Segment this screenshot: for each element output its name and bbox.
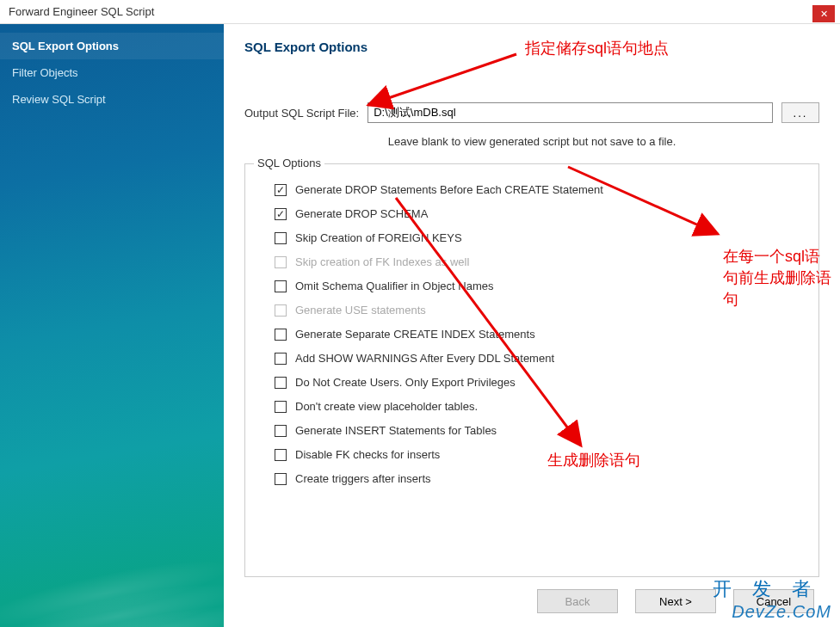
output-file-input[interactable] bbox=[368, 102, 773, 123]
option-row: Generate INSERT Statements for Tables bbox=[275, 424, 801, 437]
sidebar-item-sql-export-options[interactable]: SQL Export Options bbox=[0, 33, 224, 59]
close-icon: ✕ bbox=[820, 9, 828, 20]
option-label: Generate DROP Statements Before Each CRE… bbox=[295, 183, 603, 196]
output-file-label: Output SQL Script File: bbox=[244, 107, 359, 120]
option-label: Don't create view placeholder tables. bbox=[295, 400, 478, 413]
window-title: Forward Engineer SQL Script bbox=[9, 5, 154, 18]
close-button[interactable]: ✕ bbox=[812, 5, 835, 22]
checkbox[interactable] bbox=[275, 401, 287, 413]
checkbox[interactable] bbox=[275, 377, 287, 389]
option-label: Disable FK checks for inserts bbox=[295, 448, 440, 461]
checkbox[interactable] bbox=[275, 184, 287, 196]
sidebar-item-filter-objects[interactable]: Filter Objects bbox=[0, 59, 224, 86]
content-pane: SQL Export Options Output SQL Script Fil… bbox=[224, 24, 840, 627]
option-row: Skip Creation of FOREIGN KEYS bbox=[275, 231, 801, 244]
page-heading: SQL Export Options bbox=[244, 40, 819, 54]
next-button[interactable]: Next > bbox=[635, 589, 716, 613]
output-file-hint: Leave blank to view generated script but… bbox=[244, 126, 819, 163]
checkbox bbox=[275, 304, 287, 317]
option-label: Generate Separate CREATE INDEX Statement… bbox=[295, 328, 535, 341]
back-button[interactable]: Back bbox=[537, 589, 618, 613]
checkbox[interactable] bbox=[275, 329, 287, 341]
option-row: Generate DROP SCHEMA bbox=[275, 207, 801, 220]
option-row: Generate Separate CREATE INDEX Statement… bbox=[275, 328, 801, 341]
option-row: Create triggers after inserts bbox=[275, 472, 801, 485]
option-label: Do Not Create Users. Only Export Privile… bbox=[295, 376, 516, 389]
option-row: Disable FK checks for inserts bbox=[275, 448, 801, 461]
checkbox[interactable] bbox=[275, 473, 287, 485]
checkbox[interactable] bbox=[275, 208, 287, 220]
option-label: Add SHOW WARNINGS After Every DDL Statem… bbox=[295, 352, 554, 365]
option-row: Skip creation of FK Indexes as well bbox=[275, 255, 801, 268]
option-label: Create triggers after inserts bbox=[295, 472, 431, 485]
option-row: Add SHOW WARNINGS After Every DDL Statem… bbox=[275, 352, 801, 365]
option-label: Generate USE statements bbox=[295, 304, 426, 317]
option-label: Omit Schema Qualifier in Object Names bbox=[295, 280, 493, 292]
browse-button[interactable]: ... bbox=[781, 102, 819, 123]
checkbox[interactable] bbox=[275, 449, 287, 461]
wizard-sidebar: SQL Export Options Filter Objects Review… bbox=[0, 24, 224, 627]
checkbox[interactable] bbox=[275, 425, 287, 437]
sidebar-item-review-sql-script[interactable]: Review SQL Script bbox=[0, 86, 224, 113]
cancel-button[interactable]: Cancel bbox=[733, 589, 814, 613]
checkbox[interactable] bbox=[275, 280, 287, 292]
option-row: Generate DROP Statements Before Each CRE… bbox=[275, 183, 801, 196]
option-row: Omit Schema Qualifier in Object Names bbox=[275, 280, 801, 292]
sql-options-legend: SQL Options bbox=[254, 157, 324, 169]
checkbox bbox=[275, 256, 287, 268]
option-row: Don't create view placeholder tables. bbox=[275, 400, 801, 413]
option-label: Skip creation of FK Indexes as well bbox=[295, 255, 469, 268]
option-label: Generate DROP SCHEMA bbox=[295, 207, 428, 220]
option-label: Skip Creation of FOREIGN KEYS bbox=[295, 231, 462, 244]
option-row: Do Not Create Users. Only Export Privile… bbox=[275, 376, 801, 389]
checkbox[interactable] bbox=[275, 353, 287, 365]
option-row: Generate USE statements bbox=[275, 304, 801, 317]
sql-options-fieldset: SQL Options Generate DROP Statements Bef… bbox=[244, 163, 819, 577]
checkbox[interactable] bbox=[275, 232, 287, 244]
option-label: Generate INSERT Statements for Tables bbox=[295, 424, 497, 437]
